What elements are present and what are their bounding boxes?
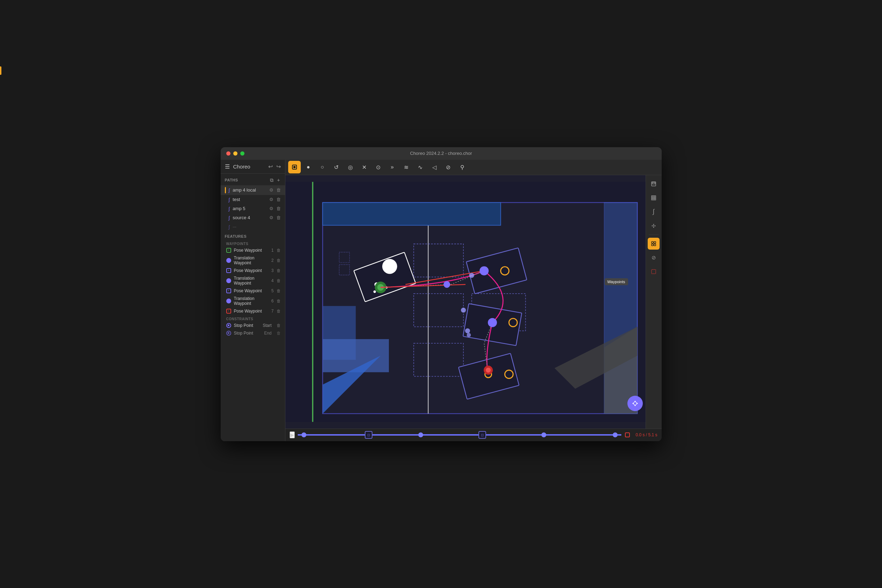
- timeline-marker-2[interactable]: ⊡: [478, 431, 486, 439]
- nav-tool-button[interactable]: ◁: [428, 161, 441, 173]
- path-icon: ∫: [229, 224, 230, 230]
- path-display-button[interactable]: ∫: [648, 206, 660, 218]
- time-display-container: 0.0 s / 5.1 s: [625, 432, 657, 437]
- play-button[interactable]: ▶: [290, 431, 295, 438]
- waypoint-delete-icon[interactable]: 🗑: [276, 248, 281, 253]
- timeline-marker-1[interactable]: ⊡: [365, 431, 373, 439]
- view-button[interactable]: [648, 178, 660, 190]
- redo-button[interactable]: ↪: [276, 163, 281, 170]
- waypoint-5[interactable]: + Pose Waypoint 5 🗑: [221, 287, 285, 295]
- path-icon: ∫: [229, 197, 230, 202]
- svg-rect-62: [652, 196, 656, 200]
- svg-point-67: [653, 226, 654, 228]
- path-settings-icon[interactable]: ⚙: [269, 206, 273, 211]
- forbidden-zone-button[interactable]: ⊘: [648, 252, 660, 264]
- waypoint-2[interactable]: Translation Waypoint 2 🗑: [221, 254, 285, 267]
- add-path-button[interactable]: +: [276, 177, 281, 184]
- translation-waypoint-icon: [226, 278, 231, 283]
- timeline-track-container: ⊡ ⊡: [298, 434, 622, 436]
- waypoint-delete-icon[interactable]: 🗑: [276, 298, 281, 303]
- waypoints-tooltip-text: Waypoints: [607, 280, 625, 284]
- constraint-stop-end[interactable]: Stop Point End 🗑: [221, 329, 285, 337]
- waypoints-view-button[interactable]: [648, 238, 660, 250]
- constraint-stop-start[interactable]: Stop Point Start 🗑: [221, 322, 285, 329]
- minimize-button[interactable]: [233, 152, 237, 156]
- select-tool-button[interactable]: [288, 161, 301, 173]
- paths-header: PATHS ⧉ +: [221, 174, 285, 185]
- path-delete-icon[interactable]: 🗑: [276, 188, 281, 193]
- path-name: source 4: [233, 215, 266, 220]
- target-tool-button[interactable]: ⊙: [372, 161, 385, 173]
- path-item-test[interactable]: ∫ test ⚙ 🗑: [221, 195, 285, 204]
- path-delete-icon[interactable]: 🗑: [276, 215, 281, 220]
- stop-tool-button[interactable]: ⊘: [442, 161, 455, 173]
- close-button[interactable]: [226, 152, 230, 156]
- pin-tool-button[interactable]: ⚲: [456, 161, 469, 173]
- graph-tool-button[interactable]: ∿: [414, 161, 427, 173]
- path-settings-icon[interactable]: ⚙: [269, 215, 273, 220]
- waypoint-7[interactable]: + Pose Waypoint 7 🗑: [221, 307, 285, 315]
- path-delete-icon[interactable]: 🗑: [276, 206, 281, 211]
- compass-tool-button[interactable]: ◎: [344, 161, 357, 173]
- waypoint-1[interactable]: + Pose Waypoint 1 🗑: [221, 246, 285, 254]
- path-item-source4[interactable]: ∫ source 4 ⚙ 🗑: [221, 213, 285, 222]
- hamburger-icon[interactable]: ☰: [225, 163, 230, 170]
- svg-point-45: [486, 368, 491, 372]
- pose-waypoint-icon-red: +: [226, 309, 231, 314]
- svg-point-43: [467, 333, 471, 337]
- path-delete-icon[interactable]: 🗑: [276, 197, 281, 202]
- sidebar: ☰ Choreo ↩ ↪ PATHS ⧉ + ∫ amp 4: [221, 160, 285, 441]
- constraint-label: Stop Point: [234, 323, 260, 328]
- svg-line-55: [635, 404, 637, 405]
- waypoint-4[interactable]: Translation Waypoint 4 🗑: [221, 274, 285, 287]
- path-item-amp5[interactable]: ∫ amp 5 ⚙ 🗑: [221, 204, 285, 213]
- features-label: FEATURES: [225, 234, 246, 238]
- path-item-amp4local[interactable]: ∫ amp 4 local ⚙ 🗑: [221, 185, 285, 195]
- canvas[interactable]: Waypoints: [285, 175, 646, 429]
- fab-button[interactable]: [627, 396, 643, 411]
- svg-point-42: [465, 328, 470, 333]
- waypoint-label: Translation Waypoint: [234, 276, 266, 286]
- constraint-delete-icon[interactable]: 🗑: [276, 331, 281, 336]
- region-select-button[interactable]: [648, 266, 660, 278]
- constraint-delete-icon[interactable]: 🗑: [276, 323, 281, 328]
- waypoint-6[interactable]: Translation Waypoint 6 🗑: [221, 295, 285, 307]
- waypoint-delete-icon[interactable]: 🗑: [276, 278, 281, 283]
- wave-tool-button[interactable]: ≋: [400, 161, 413, 173]
- features-section: FEATURES WAYPOINTS + Pose Waypoint 1 🗑 T…: [221, 231, 285, 441]
- path-item-more[interactable]: ∫ ···: [221, 222, 285, 231]
- svg-point-64: [653, 225, 654, 226]
- cross-tool-button[interactable]: ✕: [358, 161, 371, 173]
- timeline-start-dot[interactable]: [302, 432, 307, 437]
- timeline-track[interactable]: ⊡ ⊡: [298, 434, 622, 436]
- stop-point-icon: [226, 323, 231, 328]
- svg-line-52: [633, 401, 635, 404]
- waypoint-delete-icon[interactable]: 🗑: [276, 268, 281, 273]
- waypoint-delete-icon[interactable]: 🗑: [276, 309, 281, 314]
- timeline-end-dot[interactable]: [613, 432, 618, 437]
- grid-button[interactable]: [648, 192, 660, 204]
- svg-rect-1: [293, 166, 296, 168]
- translation-waypoint-icon: [226, 298, 231, 303]
- timeline-dot-3[interactable]: [541, 432, 546, 437]
- circle-tool-button[interactable]: ●: [302, 161, 315, 173]
- maximize-button[interactable]: [240, 152, 245, 156]
- copy-path-button[interactable]: ⧉: [269, 177, 274, 184]
- waypoint-num: 7: [269, 309, 274, 314]
- waypoint-delete-icon[interactable]: 🗑: [276, 288, 281, 293]
- pose-waypoint-icon: +: [226, 248, 231, 253]
- fast-tool-button[interactable]: »: [386, 161, 399, 173]
- toolbar: ● ○ ↺ ◎ ✕ ⊙ » ≋ ∿ ◁ ⊘ ⚲: [285, 160, 662, 175]
- timeline-dot-2[interactable]: [418, 432, 423, 437]
- path-settings-icon[interactable]: ⚙: [269, 197, 273, 202]
- dots-button[interactable]: [648, 220, 660, 232]
- refresh-tool-button[interactable]: ↺: [330, 161, 343, 173]
- time-icon: [625, 432, 630, 437]
- waypoint-3[interactable]: + Pose Waypoint 3 🗑: [221, 267, 285, 274]
- main-content: ☰ Choreo ↩ ↪ PATHS ⧉ + ∫ amp 4: [221, 160, 662, 441]
- ring-tool-button[interactable]: ○: [316, 161, 329, 173]
- undo-button[interactable]: ↩: [268, 163, 273, 170]
- timeline: ▶ ⊡: [285, 429, 662, 441]
- path-settings-icon[interactable]: ⚙: [269, 188, 273, 193]
- waypoint-delete-icon[interactable]: 🗑: [276, 258, 281, 263]
